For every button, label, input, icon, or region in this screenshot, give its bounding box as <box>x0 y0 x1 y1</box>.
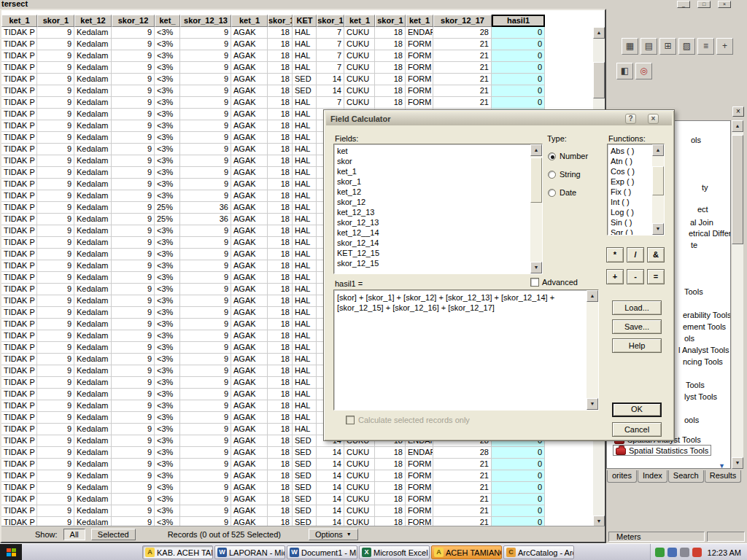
scroll-down-icon[interactable]: ▼ <box>732 457 743 469</box>
toolbox-tab-orites[interactable]: orites <box>607 470 637 483</box>
panel-close-icon[interactable]: × <box>732 106 744 117</box>
functions-scrollbar[interactable]: ▲ ▼ <box>652 144 664 235</box>
column-header[interactable]: skor_1 <box>268 15 293 27</box>
tools-icon[interactable]: + <box>716 38 733 55</box>
toolbox-item[interactable]: etrical Differen <box>689 229 731 238</box>
field-list-item[interactable]: ket_1 <box>337 166 530 176</box>
table-row[interactable]: TIDAK P9Kedalam9<3%9AGAK18SED14CUKU18FOR… <box>1 482 593 494</box>
close-icon[interactable]: × <box>718 1 731 8</box>
toolbox-item[interactable]: ools <box>684 416 699 424</box>
taskbar-item[interactable]: WLAPORAN - Micro... <box>214 545 285 559</box>
toolbox-item[interactable]: ols <box>691 136 701 144</box>
column-header[interactable]: ket_ <box>155 15 180 27</box>
tray-network-icon[interactable] <box>667 548 677 557</box>
table-row[interactable]: TIDAK P9Kedalam9<3%9AGAK18SED14CUKU18FOR… <box>1 85 593 97</box>
add-data-icon[interactable]: ▦ <box>622 38 638 55</box>
function-list-item[interactable]: Log ( ) <box>611 207 652 217</box>
toolbox-item[interactable]: Spatial Statistics Tools <box>613 445 711 456</box>
field-list-item[interactable]: KET_12_15 <box>337 248 530 258</box>
more-content-icon[interactable]: ▼ <box>719 462 725 470</box>
expression-box[interactable]: [skor] + [skor_1] + [skor_12] + [skor_12… <box>333 289 599 411</box>
close-icon[interactable]: × <box>648 114 659 124</box>
toolbox-item[interactable]: erability Tools <box>683 311 731 319</box>
toolbox-item[interactable]: te <box>691 241 697 249</box>
scroll-down-icon[interactable]: ▼ <box>587 398 598 410</box>
ok-button[interactable]: OK <box>612 402 662 417</box>
field-list-item[interactable]: ket_12 <box>337 187 530 197</box>
scrollbar-thumb[interactable] <box>652 166 664 195</box>
tray-arcgis-icon[interactable] <box>692 548 702 557</box>
field-list-item[interactable]: ket_12_13 <box>337 207 530 217</box>
table-row[interactable]: TIDAK P9Kedalam9<3%9AGAK18SED14CUKU18FOR… <box>1 470 593 482</box>
show-selected-button[interactable]: Selected <box>91 529 136 540</box>
target-icon[interactable]: ◎ <box>635 63 652 79</box>
save-button[interactable]: Save... <box>612 319 662 334</box>
fields-scrollbar[interactable]: ▲ ▼ <box>530 144 542 273</box>
function-list-item[interactable]: Sqr ( ) <box>611 228 652 235</box>
tree-scrollbar[interactable]: ▲ ▼ <box>732 120 743 469</box>
operator-button[interactable]: = <box>647 269 665 284</box>
function-list-item[interactable]: Atn ( ) <box>611 156 652 166</box>
operator-button[interactable]: - <box>627 269 644 284</box>
taskbar-item[interactable]: AACEH TAMIANG -... <box>431 545 502 559</box>
help-button[interactable]: Help <box>612 338 662 353</box>
function-list-item[interactable]: Exp ( ) <box>611 176 652 187</box>
dialog-titlebar[interactable]: Field Calculator ? × <box>326 112 672 125</box>
scroll-up-icon[interactable]: ▲ <box>652 144 664 156</box>
field-list-item[interactable]: ket <box>337 146 530 156</box>
toolbox-item[interactable]: lyst Tools <box>684 392 717 401</box>
scrollbar-thumb[interactable] <box>732 135 743 244</box>
type-radio-date[interactable]: Date <box>548 188 576 197</box>
minimize-icon[interactable]: _ <box>677 1 690 8</box>
column-header[interactable]: skor_1 <box>317 15 344 27</box>
field-list-item[interactable]: skor_12_14 <box>337 238 530 248</box>
toolbox-item[interactable]: ols <box>684 334 694 343</box>
operator-button[interactable]: & <box>647 247 665 262</box>
function-list-item[interactable]: Abs ( ) <box>611 146 652 156</box>
column-header[interactable]: skor_12_13 <box>180 15 231 27</box>
scroll-up-icon[interactable]: ▲ <box>587 290 598 302</box>
toolbox-item[interactable]: ncing Tools <box>683 357 723 366</box>
table-row[interactable]: TIDAK P9Kedalam9<3%9AGAK18SED14CUKU18FOR… <box>1 494 593 505</box>
table-icon[interactable]: ▤ <box>640 38 657 55</box>
scroll-up-icon[interactable]: ▲ <box>593 27 605 39</box>
load-button[interactable]: Load... <box>612 300 662 315</box>
column-header[interactable]: ket_1 <box>406 15 433 27</box>
toolbox-tab-search[interactable]: Search <box>668 470 704 483</box>
restore-icon[interactable]: □ <box>697 1 711 8</box>
join-icon[interactable]: ⊞ <box>659 38 676 55</box>
taskbar-item[interactable]: AKAB. ACEH TAMI... <box>142 545 213 559</box>
field-list-item[interactable]: skor_12 <box>337 197 530 207</box>
toolbox-item[interactable]: al Join <box>690 218 713 227</box>
scrollbar-thumb[interactable] <box>530 158 542 203</box>
taskbar-item[interactable]: XMicrosoft Excel - ... <box>359 545 430 559</box>
column-header[interactable]: skor_12_17 <box>433 15 492 27</box>
show-all-button[interactable]: All <box>63 529 85 540</box>
toolbox-item[interactable]: ty <box>702 183 708 192</box>
column-header[interactable]: KET <box>293 15 317 27</box>
column-header[interactable]: ket_12 <box>74 15 112 27</box>
function-list-item[interactable]: Sin ( ) <box>611 217 652 228</box>
table-row[interactable]: TIDAK P9Kedalam9<3%9AGAK18HAL7CUKU18FORM… <box>1 39 593 50</box>
tray-shield-icon[interactable] <box>655 548 665 557</box>
table-row[interactable]: TIDAK P9Kedalam9<3%9AGAK18HAL7CUKU18FORM… <box>1 50 593 62</box>
advanced-checkbox[interactable]: Advanced <box>530 278 578 287</box>
function-list-item[interactable]: Cos ( ) <box>611 166 652 176</box>
table-row[interactable]: TIDAK P9Kedalam9<3%9AGAK18HAL7CUKU18ENDA… <box>1 27 593 39</box>
table-row[interactable]: TIDAK P9Kedalam9<3%9AGAK18SED14CUKU18FOR… <box>1 459 593 470</box>
table-row[interactable]: TIDAK P9Kedalam9<3%9AGAK18HAL7CUKU18FORM… <box>1 62 593 74</box>
operator-button[interactable]: + <box>606 269 624 284</box>
function-list-item[interactable]: Int ( ) <box>611 197 652 207</box>
scroll-up-icon[interactable]: ▲ <box>732 120 743 132</box>
field-list-item[interactable]: ket_12__14 <box>337 228 530 238</box>
functions-list[interactable]: Abs ( )Atn ( )Cos ( )Exp ( )Fix ( )Int (… <box>607 144 665 236</box>
toolbox-item[interactable]: ect <box>697 205 708 214</box>
field-list-item[interactable]: skor_12_15 <box>337 258 530 268</box>
column-header[interactable]: ket_1 <box>1 15 37 27</box>
toolbox-item[interactable]: Tools <box>684 287 703 296</box>
scroll-up-icon[interactable]: ▲ <box>530 144 542 156</box>
operator-button[interactable]: * <box>606 247 624 262</box>
toolbox-item[interactable]: Tools <box>686 381 705 389</box>
toolbox-tab-index[interactable]: Index <box>638 470 667 483</box>
select-icon[interactable]: ▨ <box>678 38 695 55</box>
